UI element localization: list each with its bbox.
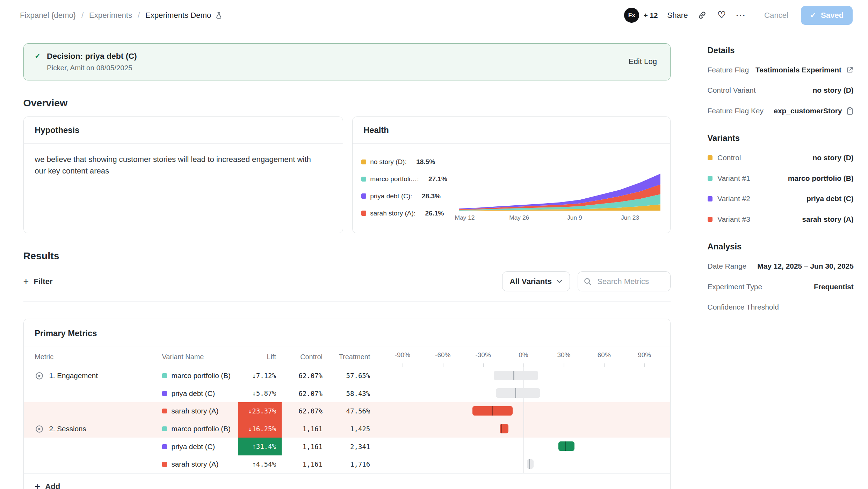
external-link-icon[interactable] <box>846 66 854 74</box>
control-value: 62.07% <box>282 390 328 397</box>
details-heading: Details <box>708 45 854 55</box>
detail-row-control-variant: Control Variant no story (D) <box>708 80 854 101</box>
metric-row[interactable]: priya debt (C) ↓5.87% 62.07% 58.43% <box>24 384 671 402</box>
control-value: 1,161 <box>282 443 328 451</box>
search-input[interactable] <box>596 276 665 286</box>
breadcrumb: Fixpanel {demo} / Experiments / Experime… <box>20 11 223 20</box>
collaborator-count[interactable]: + 12 <box>644 11 658 20</box>
legend-swatch <box>361 193 366 198</box>
add-metric-button[interactable]: + Add <box>24 473 671 489</box>
health-legend: no story (D): 18.5% marco portfoli…: 27.… <box>361 151 459 223</box>
variant-swatch <box>708 155 713 160</box>
favorite-icon[interactable]: ♡ <box>717 10 727 21</box>
confidence-interval-cell <box>386 420 671 438</box>
variant-swatch <box>708 217 713 222</box>
add-filter-button[interactable]: + Filter <box>23 277 53 286</box>
variant-row: Variant #2 priya debt (C) <box>708 189 854 209</box>
analysis-row-experiment-type: Experiment Type Frequentist <box>708 276 854 297</box>
confidence-interval-cell <box>386 367 671 385</box>
legend-swatch <box>361 177 366 182</box>
point-estimate-tick <box>501 424 502 433</box>
metric-group-label: 1. Engagement <box>35 371 162 381</box>
variant-name: sarah story (A) <box>172 407 219 415</box>
variant-swatch <box>162 391 167 396</box>
breadcrumb-current: Experiments Demo <box>145 11 223 20</box>
hypothesis-card: Hypothesis we believe that showing custo… <box>23 116 343 233</box>
control-value: 62.07% <box>282 407 328 415</box>
x-axis-label: Jun 23 <box>621 214 639 221</box>
breadcrumb-separator: / <box>138 11 140 20</box>
avatar[interactable]: Fx <box>624 8 639 23</box>
legend-swatch <box>361 211 366 215</box>
treatment-value: 2,341 <box>328 443 376 451</box>
col-metric: Metric <box>24 353 162 361</box>
edit-log-button[interactable]: Edit Log <box>629 57 657 66</box>
point-estimate-tick <box>529 459 530 469</box>
hypothesis-title: Hypothesis <box>24 117 343 144</box>
results-toolbar: + Filter All Variants <box>23 271 671 291</box>
variant-row: Control no story (D) <box>708 148 854 168</box>
detail-row-feature-flag-key: Feature Flag Key exp_customerStory <box>708 101 854 121</box>
copy-link-icon[interactable] <box>697 10 707 21</box>
variant-name: priya debt (C) <box>172 389 215 398</box>
top-bar: Fixpanel {demo} / Experiments / Experime… <box>0 0 868 31</box>
detail-row-feature-flag: Feature Flag Testimonials Experiment <box>708 60 854 80</box>
confidence-interval-cell <box>386 455 671 473</box>
saved-button[interactable]: ✓ Saved <box>801 6 852 25</box>
control-value: 1,161 <box>282 460 328 468</box>
clipboard-icon[interactable] <box>846 107 854 115</box>
variant-row: Variant #3 sarah story (A) <box>708 209 854 230</box>
metric-group-label: 2. Sessions <box>35 424 162 434</box>
metric-row[interactable]: 1. Engagement marco portfolio (B) ↓7.12%… <box>24 367 671 385</box>
axis-tick-label: 0% <box>519 351 528 359</box>
analysis-row-confidence-threshold: Confidence Threshold <box>708 297 854 318</box>
metric-row[interactable]: sarah story (A) ↓23.37% 62.07% 47.56% <box>24 402 671 420</box>
details-section: Details Feature Flag Testimonials Experi… <box>708 45 854 121</box>
confidence-interval-bar <box>500 424 508 433</box>
breadcrumb-project[interactable]: Fixpanel {demo} <box>20 11 76 20</box>
variant-name: marco portfolio (B) <box>172 371 231 380</box>
x-axis-label: Jun 9 <box>567 214 582 221</box>
ci-axis: -90%-60%-30%0%30%60%90% <box>386 347 671 367</box>
col-variant-name: Variant Name <box>162 353 239 361</box>
health-stacked-area-chart: May 12May 26Jun 9Jun 23 <box>459 151 660 223</box>
health-title: Health <box>353 117 671 144</box>
confidence-interval-bar <box>527 459 534 469</box>
variants-dropdown[interactable]: All Variants <box>502 271 570 291</box>
lift-value: ↑4.54% <box>238 455 282 473</box>
legend-item: sarah story (A): 26.1% <box>361 210 459 217</box>
col-treatment: Treatment <box>328 353 376 361</box>
legend-swatch <box>361 160 366 164</box>
breadcrumb-experiments[interactable]: Experiments <box>89 11 132 20</box>
metrics-table-body: 1. Engagement marco portfolio (B) ↓7.12%… <box>24 367 671 473</box>
variant-swatch <box>162 462 167 467</box>
topbar-actions: Fx + 12 Share ♡ ··· Cancel ✓ Saved <box>624 6 852 25</box>
axis-tick-label: 60% <box>598 351 611 359</box>
metric-row[interactable]: priya debt (C) ↑31.4% 1,161 2,341 <box>24 438 671 455</box>
more-options-icon[interactable]: ··· <box>736 10 746 21</box>
axis-tick-label: -30% <box>475 351 491 359</box>
share-button[interactable]: Share <box>667 11 688 20</box>
metrics-search[interactable] <box>578 271 671 291</box>
axis-tick-label: 30% <box>557 351 570 359</box>
breadcrumb-separator: / <box>81 11 84 20</box>
confidence-interval-cell <box>386 402 671 420</box>
col-control: Control <box>282 353 328 361</box>
confidence-interval-bar <box>472 406 513 416</box>
metric-row[interactable]: sarah story (A) ↑4.54% 1,161 1,716 <box>24 455 671 473</box>
point-estimate-tick <box>492 406 493 416</box>
metric-row[interactable]: 2. Sessions marco portfolio (B) ↓16.25% … <box>24 420 671 438</box>
confidence-interval-cell <box>386 384 671 402</box>
cancel-button[interactable]: Cancel <box>764 11 788 20</box>
feature-flag-link[interactable]: Testimonials Experiment <box>755 66 854 74</box>
check-icon: ✓ <box>35 51 41 72</box>
lift-value: ↓16.25% <box>238 420 282 438</box>
health-x-axis: May 12May 26Jun 9Jun 23 <box>459 214 660 223</box>
plus-icon: + <box>23 277 29 286</box>
x-axis-label: May 12 <box>455 214 475 221</box>
zero-gridline <box>523 420 524 438</box>
point-estimate-tick <box>515 388 516 398</box>
confidence-interval-cell <box>386 438 671 455</box>
axis-tick-label: 90% <box>638 351 651 359</box>
goal-target-icon <box>35 371 44 381</box>
